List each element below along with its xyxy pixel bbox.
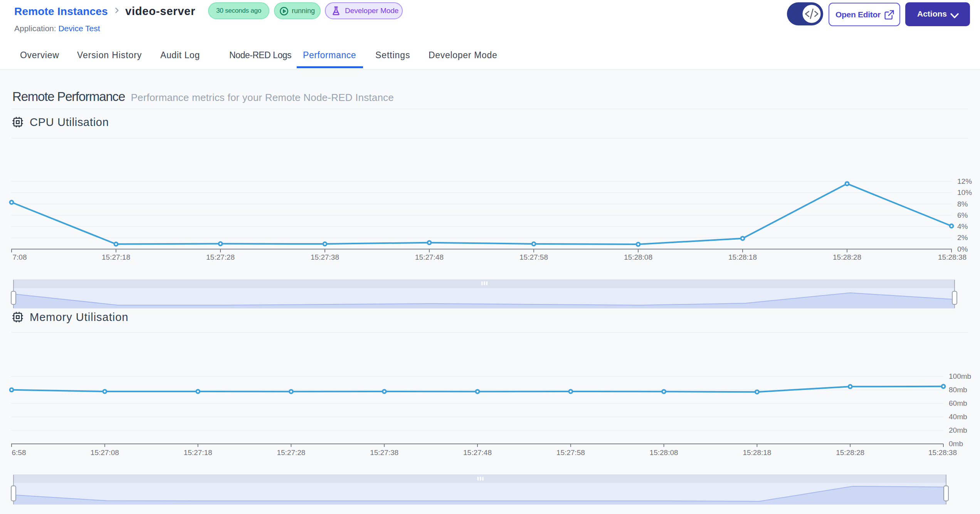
- svg-text:15:27:18: 15:27:18: [184, 448, 212, 457]
- svg-text:6%: 6%: [957, 211, 968, 219]
- svg-text:15:27:28: 15:27:28: [206, 253, 235, 261]
- svg-text:15:27:58: 15:27:58: [519, 253, 548, 261]
- svg-text:100mb: 100mb: [949, 372, 971, 380]
- svg-text:7:08: 7:08: [13, 253, 27, 261]
- svg-text:4%: 4%: [957, 222, 968, 230]
- svg-text:0mb: 0mb: [949, 440, 963, 448]
- svg-text:15:28:28: 15:28:28: [833, 253, 861, 261]
- svg-text:0%: 0%: [957, 245, 968, 253]
- svg-text:40mb: 40mb: [949, 413, 967, 421]
- svg-text:15:27:58: 15:27:58: [556, 448, 585, 457]
- svg-text:8%: 8%: [957, 200, 968, 208]
- svg-text:15:27:38: 15:27:38: [370, 448, 398, 457]
- svg-text:15:27:48: 15:27:48: [415, 253, 444, 261]
- svg-text:15:27:08: 15:27:08: [91, 448, 119, 457]
- svg-text:15:27:38: 15:27:38: [311, 253, 339, 261]
- svg-text:15:27:28: 15:27:28: [277, 448, 305, 457]
- svg-text:15:28:18: 15:28:18: [728, 253, 757, 261]
- svg-text:15:28:28: 15:28:28: [836, 448, 864, 457]
- svg-text:2%: 2%: [957, 233, 968, 242]
- svg-text:15:28:38: 15:28:38: [928, 448, 957, 457]
- svg-text:12%: 12%: [957, 177, 972, 185]
- svg-text:6:58: 6:58: [12, 448, 26, 457]
- svg-text:15:28:38: 15:28:38: [938, 253, 967, 261]
- svg-text:15:28:08: 15:28:08: [650, 448, 678, 457]
- svg-text:60mb: 60mb: [949, 399, 967, 407]
- svg-text:10%: 10%: [957, 188, 972, 197]
- svg-text:80mb: 80mb: [949, 386, 967, 394]
- svg-text:15:27:18: 15:27:18: [102, 253, 130, 261]
- svg-text:15:28:08: 15:28:08: [624, 253, 652, 261]
- svg-text:15:27:48: 15:27:48: [463, 448, 492, 457]
- svg-text:20mb: 20mb: [949, 426, 967, 434]
- svg-text:15:28:18: 15:28:18: [743, 448, 771, 457]
